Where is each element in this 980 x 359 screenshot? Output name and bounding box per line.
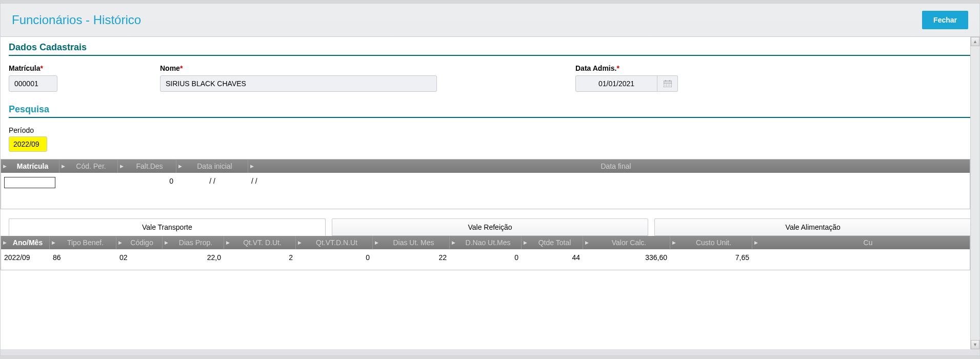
chevron-right-icon: ▶ [450,240,455,245]
grid1-col-datainicial[interactable]: ▶Data inicial [176,159,248,173]
chevron-right-icon: ▶ [224,240,229,245]
grid1-col-codper[interactable]: ▶Cód. Per. [59,159,118,173]
grid2-col-diasutmes[interactable]: ▶Dias Ut. Mes [373,236,450,249]
grid2-cell-anomes: 2022/09 [1,251,50,264]
grid2-col-qtdetotal[interactable]: ▶Qtde Total [522,236,583,249]
chevron-right-icon: ▶ [176,164,182,169]
grid2-col-codigo[interactable]: ▶Código [116,236,163,249]
svg-rect-0 [664,81,672,87]
grid2-col-anomes[interactable]: ▶Ano/Mês [1,236,50,249]
grid1-row: 0 / / / / [1,173,979,209]
grid2-col-qtvtdut[interactable]: ▶Qt.VT. D.Ut. [224,236,296,249]
chevron-right-icon: ▶ [118,164,123,169]
chevron-right-icon: ▶ [670,240,675,245]
grid2-cell-diasprop: 22,0 [163,251,224,264]
section-dados-cadastrais: Dados Cadastrais [9,42,971,56]
field-nome: Nome* [160,64,437,92]
grid2-cell-dnaoutmes: 0 [450,251,522,264]
chevron-right-icon: ▶ [522,240,527,245]
chevron-right-icon: ▶ [373,240,378,245]
chevron-right-icon: ▶ [583,240,588,245]
close-button[interactable]: Fechar [922,11,968,29]
grid1-cell-codper [59,175,118,179]
nome-input[interactable] [160,75,437,92]
chevron-right-icon: ▶ [163,240,168,245]
matricula-label: Matrícula* [9,64,57,72]
content-vscroll[interactable]: ▲ ▼ [970,37,979,349]
scroll-up-icon[interactable]: ▲ [971,37,979,46]
section-pesquisa: Pesquisa [9,104,971,118]
grid2-cell-diasutmes: 22 [373,251,450,264]
chevron-right-icon: ▶ [116,240,122,245]
chevron-right-icon: ▶ [59,164,65,169]
chevron-right-icon: ▶ [248,164,253,169]
scroll-down-icon[interactable]: ▼ [971,340,979,349]
matricula-input[interactable] [9,75,57,92]
grid1-col-matricula[interactable]: ▶Matrícula [1,159,59,173]
tab-vale-alimentacao[interactable]: Vale Alimentação [654,218,971,236]
data-admis-label: Data Admis.* [575,64,678,72]
grid2-col-tipobenef[interactable]: ▶Tipo Benef. [50,236,116,249]
grid2-row: 2022/09 86 02 22,0 2 0 22 0 44 336,60 7,… [1,249,979,270]
tab-vale-transporte[interactable]: Vale Transporte [9,218,326,236]
grid2-col-dnaoutmes[interactable]: ▶D.Nao Ut.Mes [450,236,522,249]
grid2-cell-codigo: 02 [116,251,163,264]
grid2-col-valorcalc[interactable]: ▶Valor Calc. [583,236,670,249]
field-matricula: Matrícula* [9,64,57,92]
grid2-col-qtvtdnut[interactable]: ▶Qt.VT.D.N.Ut [296,236,373,249]
grid2-cell-tipobenef: 86 [50,251,116,264]
grid2-cell-qtvtdut: 2 [224,251,296,264]
page-title: Funcionários - Histórico [12,13,141,27]
grid1-header: ▶Matrícula ▶Cód. Per. ▶Falt.Des ▶Data in… [1,159,979,173]
grid2-col-cu[interactable]: ▶Cu [752,236,979,249]
grid1-cell-datainicial: / / [176,175,248,187]
grid2-cell-qtdetotal: 44 [522,251,583,264]
grid1-cell-faltdes: 0 [118,175,176,187]
chevron-right-icon: ▶ [296,240,301,245]
periodo-label: Período [9,126,971,134]
chevron-right-icon: ▶ [1,164,6,169]
chevron-right-icon: ▶ [1,240,6,245]
grid1-cell-datafinal: / / [248,175,320,187]
chevron-right-icon: ▶ [50,240,55,245]
field-periodo: Período [9,126,971,152]
benefit-tabs: Vale Transporte Vale Refeição Vale Alime… [9,218,971,236]
calendar-icon[interactable] [657,75,678,92]
grid1-col-faltdes[interactable]: ▶Falt.Des [118,159,176,173]
grid2-cell-valorcalc: 336,60 [583,251,670,264]
grid2-col-diasprop[interactable]: ▶Dias Prop. [163,236,224,249]
grid2-cell-custounit: 7,65 [670,251,752,264]
grid2-cell-qtvtdnut: 0 [296,251,373,264]
tab-vale-refeicao[interactable]: Vale Refeição [332,218,649,236]
grid1-col-datafinal[interactable]: ▶Data final [248,159,979,173]
grid2-header: ▶Ano/Mês ▶Tipo Benef. ▶Código ▶Dias Prop… [1,236,979,249]
data-admis-input[interactable] [575,75,657,92]
grid2-col-custounit[interactable]: ▶Custo Unit. [670,236,752,249]
header-bar: Funcionários - Histórico Fechar [1,4,979,36]
field-data-admis: Data Admis.* [575,64,678,92]
periodo-input[interactable] [9,136,47,152]
nome-label: Nome* [160,64,437,72]
grid1-matricula-input[interactable] [4,177,55,188]
chevron-right-icon: ▶ [752,240,757,245]
